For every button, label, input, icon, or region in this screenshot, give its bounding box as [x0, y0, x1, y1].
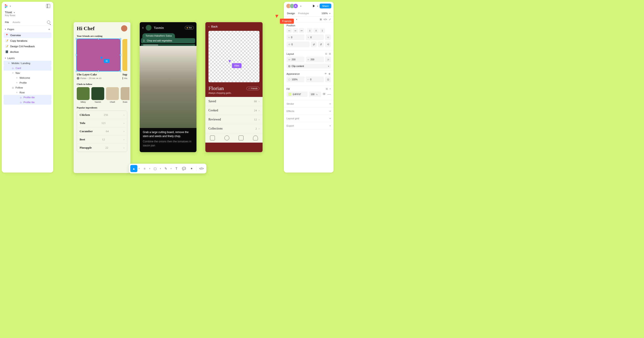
add-icon[interactable]: + — [329, 110, 331, 112]
dev-mode-icon[interactable]: </> — [198, 165, 205, 172]
styles-icon[interactable]: ⊞ — [326, 88, 328, 90]
auto-layout-add-icon[interactable]: ⊞ — [329, 52, 331, 55]
align-right-icon[interactable]: ↦ — [299, 28, 304, 33]
ingredient-row[interactable]: Pineapple22› — [77, 144, 127, 152]
layers-section-header[interactable]: ▾ Layers — [2, 55, 53, 60]
layer-item[interactable]: Profile tile — [4, 100, 52, 105]
layer-item[interactable]: Row — [4, 90, 52, 95]
frame-tool-icon[interactable]: ⌗ — [141, 165, 148, 172]
add-icon[interactable]: + — [329, 117, 331, 120]
stat-row[interactable]: Collections2› — [205, 124, 262, 133]
page-item-copy-iterations[interactable]: 📝Copy Iterations — [4, 38, 52, 44]
chevron-down-icon[interactable]: ▾ — [300, 5, 302, 7]
food-image-selected[interactable]: Xi — [77, 39, 120, 71]
align-bottom-icon[interactable]: ↧ — [320, 28, 325, 33]
comment-tool-icon[interactable]: 💬 — [180, 165, 188, 172]
back-icon[interactable]: ‹ — [142, 26, 144, 30]
chevron-down-icon[interactable]: ▾ — [317, 5, 318, 7]
selection-handle[interactable] — [120, 54, 121, 56]
shape-tool-icon[interactable]: ▢ — [152, 165, 159, 172]
blend-icon[interactable]: ◐ — [329, 72, 331, 75]
selection-handle[interactable] — [76, 70, 77, 72]
profile-image-placeholder[interactable]: Alex — [208, 31, 260, 82]
layer-item[interactable]: Follow — [4, 85, 52, 90]
chef-tile[interactable]: Charli — [106, 87, 119, 103]
tab-prototype[interactable]: Prototype — [298, 12, 309, 15]
color-swatch[interactable] — [288, 93, 292, 96]
x-input[interactable]: X0 — [286, 34, 304, 40]
align-h-center-icon[interactable]: ⇔ — [293, 28, 298, 33]
selection-handle[interactable] — [98, 38, 99, 40]
add-fill-icon[interactable]: + — [330, 88, 331, 90]
profile-back[interactable]: ‹ Back — [205, 22, 262, 31]
search-icon[interactable] — [47, 21, 50, 24]
y-input[interactable]: Y0 — [306, 34, 324, 40]
add-icon[interactable]: + — [329, 102, 331, 105]
layout-grid-section[interactable]: Layout grid+ — [284, 115, 334, 122]
corner-radius-input[interactable]: ⌐0 — [306, 76, 324, 82]
search-icon[interactable] — [224, 136, 229, 140]
tab-assets[interactable]: Assets — [13, 21, 20, 24]
food-card[interactable]: Xi Ube Layer Cake Florian • |70 min ★ 4.… — [77, 39, 120, 80]
stat-row[interactable]: Cooked24› — [205, 106, 262, 115]
scale-icon[interactable]: ⤢ — [329, 18, 331, 21]
text-tool-icon[interactable]: T — [173, 165, 180, 172]
panel-toggle-icon[interactable] — [46, 4, 50, 8]
chef-tile[interactable]: Mikey — [77, 87, 90, 103]
chef-tile[interactable]: Yasmin — [91, 87, 104, 103]
ingredient-row[interactable]: Chicken256› — [77, 111, 127, 119]
ingredient-row[interactable]: Cucumber64› — [77, 127, 127, 136]
fill-color-input[interactable]: E4FF97 — [286, 92, 308, 97]
align-top-icon[interactable]: ↥ — [307, 28, 312, 33]
add-page-icon[interactable]: + — [48, 28, 50, 31]
ingredient-row[interactable]: Beet12› — [77, 136, 127, 144]
layer-item[interactable]: Welcome — [4, 76, 52, 80]
file-title-block[interactable]: Trivet ▾ Key flows — [2, 10, 53, 19]
visibility-icon[interactable]: 👁 — [324, 72, 327, 75]
ingredient-row[interactable]: Tofu121› — [77, 119, 127, 127]
opacity-input[interactable]: ▢100% — [286, 76, 304, 82]
artboard-cooking[interactable]: ‹ Yasmin live Tomato-Habañero Salsa 2. C… — [140, 22, 196, 152]
artboard-landing[interactable]: Hi Chef Your friends are cooking Xi U — [74, 22, 130, 173]
pen-tool-icon[interactable]: ✎ — [162, 165, 170, 172]
fill-visibility-icon[interactable]: 👁 — [322, 92, 326, 96]
stat-row[interactable]: Reviewed12› — [205, 115, 262, 124]
clip-content-select[interactable]: ⊡ Clip content ▾ — [286, 64, 331, 68]
tab-file[interactable]: File — [5, 21, 9, 24]
chef-icon[interactable] — [253, 136, 258, 140]
auto-layout-icon[interactable]: ⊞ — [320, 18, 322, 21]
height-input[interactable]: H200 — [306, 56, 324, 62]
zoom-select[interactable]: 100% ▾ — [322, 12, 330, 15]
fill-opacity-input[interactable]: 100% — [309, 92, 321, 97]
effects-section[interactable]: Effects+ — [284, 108, 334, 115]
page-item-overview[interactable]: 📍Overview — [4, 32, 52, 38]
chevron-down-icon[interactable]: ▾ — [148, 165, 151, 172]
constrain-proportions-icon[interactable]: ⊃ — [325, 56, 331, 62]
actions-tool-icon[interactable]: ✦ — [188, 165, 195, 172]
stroke-section[interactable]: Stroke+ — [284, 100, 334, 108]
food-card[interactable]: Super Mia — [122, 39, 127, 80]
layer-item[interactable]: Card — [4, 66, 52, 70]
align-v-center-icon[interactable]: ⇕ — [313, 28, 319, 33]
layer-item[interactable]: Mobile / Landing — [4, 61, 52, 66]
page-item-design-crit[interactable]: 📝Design Crit Feedback — [4, 44, 52, 49]
page-item-archive[interactable]: 🗄️Archive — [4, 49, 52, 54]
layer-item[interactable]: Nav — [4, 70, 52, 76]
dev-mode-icon[interactable]: </> — [324, 18, 327, 21]
chevron-down-icon[interactable]: ▾ — [138, 165, 140, 172]
chevron-down-icon[interactable]: ▾ — [159, 165, 162, 172]
home-icon[interactable] — [210, 136, 215, 140]
main-menu[interactable]: ▾ — [5, 4, 11, 8]
export-section[interactable]: Export+ — [284, 122, 334, 130]
selection-handle[interactable] — [76, 54, 77, 56]
flip-h-icon[interactable]: ⇄ — [311, 42, 317, 47]
layer-item[interactable]: Profile tile — [4, 95, 52, 100]
selection-handle[interactable] — [76, 38, 77, 40]
absolute-position-icon[interactable]: ⊹ — [325, 34, 331, 40]
video-icon[interactable] — [238, 136, 244, 140]
rotate-icon[interactable]: ⟲ — [325, 42, 331, 47]
stat-row[interactable]: Saved88› — [205, 97, 262, 106]
layout-collapse-icon[interactable]: ⊟ — [325, 52, 327, 55]
chevron-down-icon[interactable]: ▾ — [170, 165, 172, 172]
pages-section-header[interactable]: ▾ Pages + — [2, 26, 53, 32]
